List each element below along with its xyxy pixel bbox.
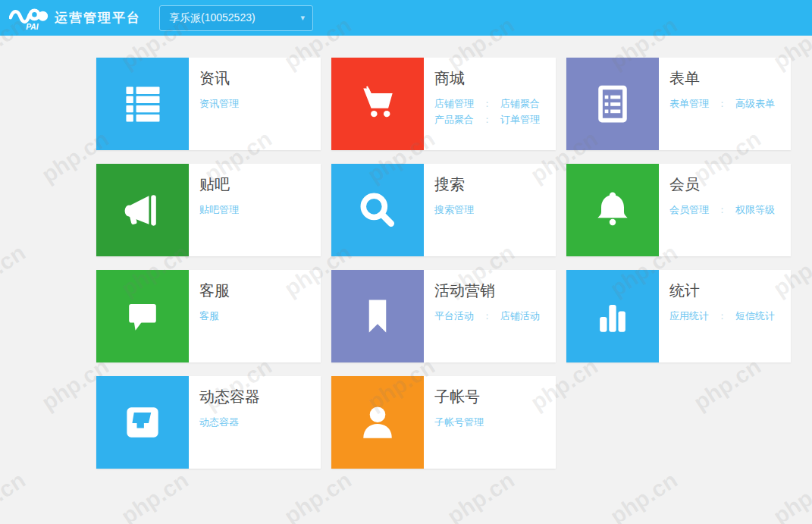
watermark-text: php.cn xyxy=(606,467,682,524)
card-link[interactable]: 店铺管理 xyxy=(434,98,474,109)
watermark-text: php.cn xyxy=(117,467,193,524)
card-shangcheng: 商城 店铺管理：店铺聚合产品聚合：订单管理 xyxy=(331,58,556,150)
tieba-tile[interactable] xyxy=(96,164,189,256)
card-link-row: 子帐号管理 xyxy=(434,415,484,429)
card-body: 会员 会员管理：权限等级 xyxy=(659,164,775,256)
dashboard: 资讯 资讯管理 商城 店铺管理：店铺聚合产品聚合：订单管理 表单 表单管理：高级… xyxy=(0,36,812,469)
card-huiyuan: 会员 会员管理：权限等级 xyxy=(566,164,791,256)
form-icon xyxy=(590,81,635,127)
card-links: 动态容器 xyxy=(199,415,260,429)
card-link[interactable]: 店铺活动 xyxy=(500,310,540,322)
card-title: 活动营销 xyxy=(434,282,540,300)
huiyuan-tile[interactable] xyxy=(566,164,659,256)
dongtairongqi-tile[interactable] xyxy=(96,376,189,469)
zizhanghao-tile[interactable] xyxy=(331,376,424,469)
megaphone-icon xyxy=(120,187,165,233)
card-link[interactable]: 短信统计 xyxy=(735,310,775,322)
sousuo-tile[interactable] xyxy=(331,164,424,256)
card-link[interactable]: 贴吧管理 xyxy=(199,204,239,215)
card-link-row: 平台活动：店铺活动 xyxy=(434,309,540,323)
watermark-text: php.cn xyxy=(0,467,30,524)
platform-title: 运营管理平台 xyxy=(55,9,141,27)
card-link-row: 产品聚合：订单管理 xyxy=(434,112,540,127)
card-huodong: 活动营销 平台活动：店铺活动 xyxy=(331,270,556,362)
card-title: 客服 xyxy=(199,282,230,300)
card-body: 资讯 资讯管理 xyxy=(189,58,239,150)
card-link-row: 贴吧管理 xyxy=(199,202,239,217)
card-dongtairongqi: 动态容器 动态容器 xyxy=(96,376,321,469)
card-body: 动态容器 动态容器 xyxy=(189,376,260,469)
card-link-row: 客服 xyxy=(199,309,230,323)
card-title: 贴吧 xyxy=(199,176,239,193)
card-link[interactable]: 店铺聚合 xyxy=(500,98,540,109)
card-link[interactable]: 平台活动 xyxy=(434,310,474,322)
app-card-grid: 资讯 资讯管理 商城 店铺管理：店铺聚合产品聚合：订单管理 表单 表单管理：高级… xyxy=(96,58,812,469)
yoopai-logo-icon: PAI xyxy=(9,4,49,33)
card-link[interactable]: 高级表单 xyxy=(735,98,775,109)
card-link[interactable]: 表单管理 xyxy=(669,98,709,109)
card-title: 子帐号 xyxy=(434,388,484,406)
card-link[interactable]: 产品聚合 xyxy=(434,114,474,125)
cart-icon xyxy=(355,81,400,127)
card-links: 搜索管理 xyxy=(434,202,474,217)
card-link-row: 资讯管理 xyxy=(199,96,239,111)
zixun-tile[interactable] xyxy=(96,58,189,150)
link-separator: ： xyxy=(482,114,492,125)
link-separator: ： xyxy=(482,98,492,109)
card-link[interactable]: 订单管理 xyxy=(500,114,540,125)
card-link[interactable]: 会员管理 xyxy=(669,204,709,215)
card-title: 商城 xyxy=(434,70,540,87)
huodong-tile[interactable] xyxy=(331,270,424,362)
card-tieba: 贴吧 贴吧管理 xyxy=(96,164,321,256)
card-link[interactable]: 子帐号管理 xyxy=(434,416,484,428)
svg-text:PAI: PAI xyxy=(26,22,39,30)
chevron-down-icon: ▾ xyxy=(300,13,305,23)
card-tongji: 统计 应用统计：短信统计 xyxy=(566,270,791,362)
biaodan-tile[interactable] xyxy=(566,58,659,150)
card-link-row: 会员管理：权限等级 xyxy=(669,202,775,217)
top-bar: PAI 运营管理平台 享乐派(10052523) ▾ xyxy=(0,0,812,36)
bell-icon xyxy=(590,187,635,233)
card-sousuo: 搜索 搜索管理 xyxy=(331,164,556,256)
card-link[interactable]: 权限等级 xyxy=(735,204,775,215)
card-links: 子帐号管理 xyxy=(434,415,484,429)
card-link[interactable]: 资讯管理 xyxy=(199,98,239,109)
card-title: 统计 xyxy=(669,282,775,300)
card-links: 贴吧管理 xyxy=(199,202,239,217)
card-link-row: 应用统计：短信统计 xyxy=(669,309,775,323)
card-body: 表单 表单管理：高级表单 xyxy=(659,58,775,150)
card-link-row: 店铺管理：店铺聚合 xyxy=(434,96,540,111)
shangcheng-tile[interactable] xyxy=(331,58,424,150)
account-select-value: 享乐派(10052523) xyxy=(169,11,256,25)
card-body: 统计 应用统计：短信统计 xyxy=(659,270,775,362)
kefu-tile[interactable] xyxy=(96,270,189,362)
card-link[interactable]: 搜索管理 xyxy=(434,204,474,215)
link-separator: ： xyxy=(717,310,727,322)
chat-icon xyxy=(120,293,165,339)
card-body: 子帐号 子帐号管理 xyxy=(424,376,484,469)
card-body: 活动营销 平台活动：店铺活动 xyxy=(424,270,540,362)
card-link[interactable]: 客服 xyxy=(199,310,219,322)
card-zixun: 资讯 资讯管理 xyxy=(96,58,321,150)
watermark-text: php.cn xyxy=(280,467,356,524)
card-link-row: 搜索管理 xyxy=(434,202,474,217)
card-body: 搜索 搜索管理 xyxy=(424,164,474,256)
link-separator: ： xyxy=(717,204,727,215)
link-separator: ： xyxy=(717,98,727,109)
card-zizhanghao: 子帐号 子帐号管理 xyxy=(331,376,556,469)
card-kefu: 客服 客服 xyxy=(96,270,321,362)
card-title: 动态容器 xyxy=(199,388,260,406)
card-link[interactable]: 动态容器 xyxy=(199,416,239,428)
list-icon xyxy=(120,81,165,127)
card-title: 搜索 xyxy=(434,176,474,193)
card-links: 应用统计：短信统计 xyxy=(669,309,775,323)
search-icon xyxy=(355,187,400,233)
account-select[interactable]: 享乐派(10052523) ▾ xyxy=(159,5,313,31)
link-separator: ： xyxy=(482,310,492,322)
card-link-row: 表单管理：高级表单 xyxy=(669,96,775,111)
card-links: 平台活动：店铺活动 xyxy=(434,309,540,323)
card-title: 会员 xyxy=(669,176,775,193)
card-links: 资讯管理 xyxy=(199,96,239,111)
tongji-tile[interactable] xyxy=(566,270,659,362)
card-link[interactable]: 应用统计 xyxy=(669,310,709,322)
